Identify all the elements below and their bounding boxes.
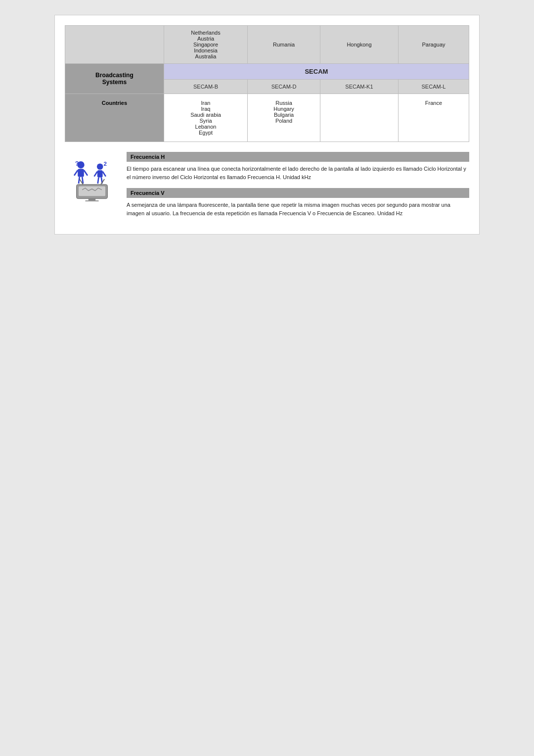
svg-rect-16	[89, 199, 95, 201]
frecuencia-v-text: A semejanza de una lámpara fluorescente,…	[127, 201, 469, 217]
frecuencia-h-title: Frecuencia H	[127, 152, 469, 162]
col3-hongkong: Hongkong	[320, 26, 398, 64]
frecuencia-v-title: Frecuencia V	[127, 188, 469, 198]
top-countries-row: Netherlands Austria Singapore Indonesia …	[65, 26, 469, 64]
svg-line-11	[98, 177, 99, 184]
icon-area: ? 2	[65, 152, 119, 224]
svg-rect-17	[86, 200, 99, 201]
svg-rect-1	[78, 169, 84, 177]
svg-text:2: 2	[103, 160, 107, 167]
svg-line-10	[103, 172, 106, 177]
secam-k1-header: SECAM-K1	[320, 80, 398, 94]
countries-row: Countries Iran Iraq Saudi arabia Syria L…	[65, 94, 469, 142]
countries-col1: Iran Iraq Saudi arabia Syria Lebanon Egy…	[164, 94, 247, 142]
bottom-section: ? 2	[65, 152, 469, 224]
info-area: Frecuencia H El tiempo para escanear una…	[127, 152, 469, 224]
frecuencia-h-block: Frecuencia H El tiempo para escanear una…	[127, 152, 469, 181]
frecuencia-h-text: El tiempo para escanear una línea que co…	[127, 165, 469, 181]
broadcasting-secam-row: Broadcasting Systems SECAM	[65, 64, 469, 80]
empty-header-cell	[65, 26, 164, 64]
countries-label: Countries	[65, 94, 164, 142]
svg-line-9	[94, 172, 97, 177]
svg-text:?: ?	[75, 160, 79, 167]
frecuencia-v-block: Frecuencia V A semejanza de una lámpara …	[127, 188, 469, 217]
countries-col4: France	[398, 94, 469, 142]
secam-b-header: SECAM-B	[164, 80, 247, 94]
secam-l-header: SECAM-L	[398, 80, 469, 94]
main-table: Netherlands Austria Singapore Indonesia …	[65, 25, 469, 142]
secam-d-header: SECAM-D	[248, 80, 320, 94]
page-container: Netherlands Austria Singapore Indonesia …	[54, 15, 480, 235]
svg-line-2	[74, 170, 78, 176]
col2-rumania: Rumania	[248, 26, 320, 64]
svg-point-7	[97, 164, 103, 170]
tv-person-icon: ? 2	[70, 157, 114, 201]
countries-col3	[320, 94, 398, 142]
svg-line-3	[84, 170, 88, 176]
svg-line-4	[79, 177, 80, 184]
col4-paraguay: Paraguay	[398, 26, 469, 64]
countries-col2: Russia Hungary Bulgaria Poland	[248, 94, 320, 142]
col1-countries: Netherlands Austria Singapore Indonesia …	[164, 26, 247, 64]
svg-rect-8	[97, 170, 103, 177]
svg-rect-15	[79, 186, 105, 196]
broadcasting-label: Broadcasting Systems	[65, 64, 164, 94]
secam-header: SECAM	[164, 64, 469, 80]
